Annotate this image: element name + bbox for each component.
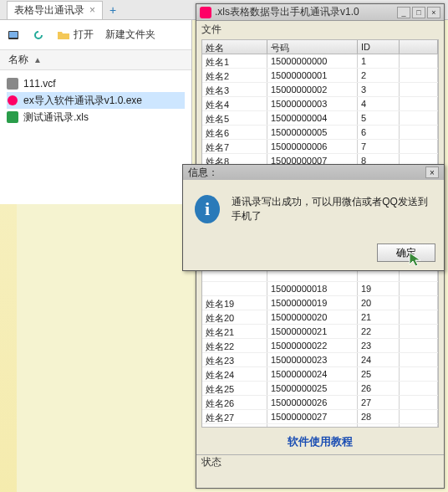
window-buttons: _ □ × xyxy=(397,7,440,18)
cell-name: 姓名5 xyxy=(202,111,267,125)
xls-icon xyxy=(7,111,18,123)
svg-rect-1 xyxy=(9,32,18,38)
col-phone[interactable]: 号码 xyxy=(267,40,358,54)
table-row[interactable]: 姓名271500000002728 xyxy=(202,410,438,424)
cell-id: 2 xyxy=(358,69,400,82)
cell-id: 23 xyxy=(358,339,400,352)
info-icon: i xyxy=(195,195,220,223)
table-row[interactable]: 1500000001819 xyxy=(202,282,438,296)
refresh-icon[interactable] xyxy=(32,28,45,42)
cell-id: 24 xyxy=(358,353,400,366)
tutorial-link[interactable]: 软件使用教程 xyxy=(196,429,444,454)
cell-id: 4 xyxy=(358,97,400,110)
cell-id: 28 xyxy=(358,410,400,423)
new-folder-button[interactable]: 新建文件夹 xyxy=(105,28,155,42)
cell-name: 姓名20 xyxy=(202,310,267,324)
titlebar[interactable]: .xls表格数据导出手机通讯录v1.0 _ □ × xyxy=(196,4,444,21)
cell-phone: 15000000003 xyxy=(267,97,358,110)
cell-name: 姓名25 xyxy=(202,382,267,395)
add-tab-icon[interactable]: + xyxy=(109,3,116,17)
table-row[interactable]: 姓名251500000002526 xyxy=(202,382,438,396)
cell-id: 26 xyxy=(358,382,400,395)
app-icon xyxy=(200,7,211,18)
status-label: 状态 xyxy=(201,456,221,468)
list-item[interactable]: 111.vcf xyxy=(7,75,185,92)
tab-label: 表格导出通讯录 xyxy=(14,3,84,18)
table-row[interactable]: 姓名2150000000012 xyxy=(202,69,438,83)
svg-rect-4 xyxy=(7,111,18,123)
minimize-button[interactable]: _ xyxy=(397,7,410,18)
dialog-close-button[interactable]: × xyxy=(425,167,439,178)
close-icon[interactable]: × xyxy=(89,4,95,16)
cell-id: 7 xyxy=(358,140,400,153)
file-name: ex导入软件通讯录v1.0.exe xyxy=(23,94,142,108)
table-row[interactable]: 姓名6150000000056 xyxy=(202,126,438,140)
cell-id: 3 xyxy=(358,83,400,96)
cell-phone: 15000000021 xyxy=(267,325,358,338)
statusbar: 状态 xyxy=(196,454,444,469)
cell-phone: 15000000027 xyxy=(267,410,358,423)
table-row[interactable]: 姓名281500000002829 xyxy=(202,424,438,428)
list-item[interactable]: 测试通讯录.xls xyxy=(7,109,185,126)
dialog-buttons: 确定 xyxy=(183,238,444,270)
table-row[interactable]: 姓名201500000002021 xyxy=(202,310,438,325)
table-row[interactable]: 姓名191500000001920 xyxy=(202,296,438,310)
cell-name: 姓名23 xyxy=(202,353,267,366)
ok-button[interactable]: 确定 xyxy=(377,243,435,262)
cell-name: 姓名2 xyxy=(202,69,267,82)
cell-name: 姓名19 xyxy=(202,296,267,310)
cell-name: 姓名6 xyxy=(202,126,267,139)
table-row[interactable]: 姓名1150000000001 xyxy=(202,54,438,69)
cell-name: 姓名4 xyxy=(202,97,267,110)
cell-phone: 15000000028 xyxy=(267,424,358,428)
table-row[interactable]: 姓名221500000002223 xyxy=(202,339,438,353)
cell-phone: 15000000025 xyxy=(267,382,358,395)
maximize-button[interactable]: □ xyxy=(412,7,425,18)
table-row[interactable]: 姓名5150000000045 xyxy=(202,111,438,126)
grid-header: 姓名 号码 ID xyxy=(202,40,438,54)
menu-file[interactable]: 文件 xyxy=(201,23,221,37)
cell-id: 25 xyxy=(358,367,400,381)
cell-id: 21 xyxy=(358,310,400,324)
cell-name: 姓名28 xyxy=(202,424,267,428)
cell-id: 20 xyxy=(358,296,400,310)
table-row[interactable]: 姓名211500000002122 xyxy=(202,325,438,339)
col-spacer xyxy=(400,40,438,54)
col-name[interactable]: 姓名 xyxy=(202,40,267,54)
table-row[interactable]: 姓名3150000000023 xyxy=(202,83,438,97)
exe-icon xyxy=(7,95,18,106)
table-row[interactable]: 姓名4150000000034 xyxy=(202,97,438,111)
col-id[interactable]: ID xyxy=(358,40,400,54)
cell-phone: 15000000019 xyxy=(267,296,358,310)
menubar: 文件 xyxy=(196,21,444,38)
cell-name: 姓名1 xyxy=(202,54,267,68)
file-name: 111.vcf xyxy=(23,78,56,90)
cell-name: 姓名3 xyxy=(202,83,267,96)
cell-id: 6 xyxy=(358,126,400,139)
cell-phone: 15000000026 xyxy=(267,396,358,409)
svg-rect-2 xyxy=(7,78,18,90)
cell-phone: 15000000023 xyxy=(267,353,358,366)
cell-id: 19 xyxy=(358,282,400,295)
cell-name: 姓名7 xyxy=(202,140,267,153)
column-name-label: 名称 xyxy=(8,53,28,67)
cell-id: 5 xyxy=(358,111,400,125)
filelist-header[interactable]: 名称 ▲ xyxy=(0,50,191,70)
new-folder-label: 新建文件夹 xyxy=(105,28,155,42)
cell-name: 姓名24 xyxy=(202,367,267,381)
dialog-titlebar[interactable]: 信息： × xyxy=(183,165,444,180)
open-button[interactable]: 打开 xyxy=(57,28,94,42)
close-button[interactable]: × xyxy=(427,7,440,18)
device-icon[interactable] xyxy=(7,28,20,42)
dialog-title: 信息： xyxy=(188,166,218,180)
cell-phone: 15000000004 xyxy=(267,111,358,125)
table-row[interactable]: 姓名261500000002627 xyxy=(202,396,438,410)
list-item[interactable]: ex导入软件通讯录v1.0.exe xyxy=(7,92,185,109)
cell-phone: 15000000018 xyxy=(267,282,358,295)
background-decoration xyxy=(0,204,17,492)
file-name: 测试通讯录.xls xyxy=(23,110,89,125)
tab-contacts-export[interactable]: 表格导出通讯录 × xyxy=(7,1,103,19)
table-row[interactable]: 姓名231500000002324 xyxy=(202,353,438,367)
table-row[interactable]: 姓名241500000002425 xyxy=(202,367,438,382)
table-row[interactable]: 姓名7150000000067 xyxy=(202,140,438,154)
